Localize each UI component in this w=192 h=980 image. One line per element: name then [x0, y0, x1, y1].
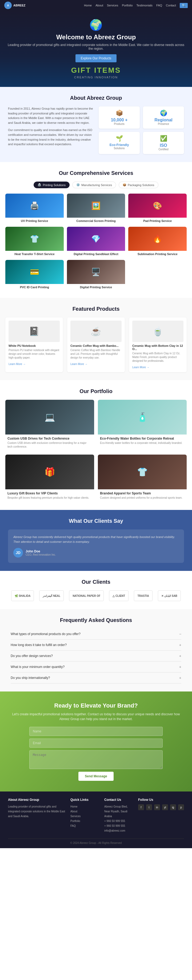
faq-question-0: What types of promotional products do yo… [11, 632, 80, 636]
product-notebook[interactable]: 📓 White PU Notebook Premium PU leather n… [5, 317, 63, 372]
portfolio-water-info: Eco-Friendly Water Bottles for Corporate… [98, 434, 187, 447]
nav-about[interactable]: About [96, 4, 103, 7]
footer-link-about[interactable]: About [71, 809, 99, 814]
author-avatar: JD [13, 548, 23, 557]
footer: About Abreez Group Leading provider of p… [0, 791, 192, 848]
faq-question-3: What is your minimum order quantity? [11, 665, 65, 669]
footer-follow-title: Follow Us [138, 798, 184, 802]
mug-clay-title: Ceramic Mug with Bottom Clay in 12 O... [132, 344, 184, 350]
sublim-image: 🔥 [128, 227, 187, 251]
social-pinterest[interactable]: p [178, 804, 184, 810]
sublim-title: Sublimation Printing Service [128, 251, 187, 257]
hero-cta-button[interactable]: Explore Our Products [76, 54, 117, 62]
service-pad[interactable]: 🎨 Pad Printing Service [128, 194, 187, 224]
logo-icon: A [4, 2, 12, 9]
service-heat[interactable]: 👕 Heat Transfer T-Shirt Service [5, 227, 64, 257]
faq-item-2[interactable]: Do you offer design services? + [11, 651, 181, 662]
service-sandblast[interactable]: 💎 Digital Printing Sandblast Effect [67, 227, 125, 257]
notebook-learn-more[interactable]: Learn More → [8, 363, 25, 366]
tab-printing[interactable]: 🖨️ Printing Solutions [34, 181, 69, 188]
portfolio-usb[interactable]: 💻 Custom USB Drives for Tech Conference … [5, 400, 94, 451]
nav-testimonials[interactable]: Testimonials [137, 4, 153, 7]
cta-email-input[interactable] [29, 738, 163, 748]
mug-bamboo-learn-more[interactable]: Learn More → [71, 363, 88, 366]
about-stats: 📦 10,000 + Products 🌍 Regional Presence … [99, 107, 184, 154]
product-mug-bamboo[interactable]: ☕ Ceramic Coffee Mug with Bambo... Ceram… [67, 317, 125, 372]
stat-products-label: Products [102, 123, 137, 126]
mug-clay-desc: Ceramic Mug with Bottom Clay in 12 Oz. M… [132, 352, 184, 363]
portfolio-water[interactable]: 🧴 Eco-Friendly Water Bottles for Corpora… [98, 400, 187, 451]
sandblast-title: Digital Printing Sandblast Effect [67, 251, 125, 257]
faq-item-3[interactable]: What is your minimum order quantity? + [11, 662, 181, 673]
cta-form: Send Message [29, 727, 163, 781]
social-youtube[interactable]: yt [162, 804, 168, 810]
portfolio-apparel-info: Branded Apparel for Sports Team Custom d… [98, 489, 187, 502]
stat-regional: 🌍 Regional Presence [143, 107, 184, 129]
footer-about-title: About Abreez Group [8, 798, 65, 802]
portfolio-usb-info: Custom USB Drives for Tech Conference Cu… [5, 434, 94, 451]
faq-question-4: Do you ship internationally? [11, 676, 50, 680]
nav-home[interactable]: Home [84, 4, 92, 7]
nav-faq[interactable]: FAQ [156, 4, 162, 7]
footer-quick-links: Quick Links Home About Services Portfoli… [71, 798, 99, 833]
portfolio-gift-title: Luxury Gift Boxes for VIP Clients [8, 492, 92, 495]
clients-title: Our Clients [5, 579, 187, 585]
search-button[interactable]: 🔍 [180, 3, 188, 8]
service-digital[interactable]: 🖥️ Digital Printing Service [67, 260, 125, 290]
logo-text: ABREEZ [13, 4, 25, 7]
stat-eco-label: Eco-Friendly [102, 143, 137, 147]
client-logo-2: NATIONAL PAPER OF [69, 590, 104, 601]
cta-message-input[interactable] [29, 750, 163, 769]
tab-manufacturing[interactable]: ⚙️ Manufacturing Services [72, 181, 116, 188]
product-mug-clay[interactable]: 🍵 Ceramic Mug with Bottom Clay in 12 O..… [129, 317, 187, 372]
hero-section: 🌍 Welcome to Abreez Group Leading provid… [0, 11, 192, 87]
stat-regional-sublabel: Presence [146, 123, 181, 126]
products-grid: 📓 White PU Notebook Premium PU leather n… [5, 317, 187, 372]
author-name: John Doe [25, 549, 56, 553]
iso-icon: ✅ [146, 135, 181, 142]
services-section: Our Comprehensive Services 🖨️ Printing S… [0, 162, 192, 298]
navbar: A ABREEZ Home About Services Portfolio T… [0, 0, 192, 11]
cta-name-input[interactable] [29, 727, 163, 736]
heat-title: Heat Transfer T-Shirt Service [5, 251, 64, 257]
faq-item-1[interactable]: How long does it take to fulfill an orde… [11, 640, 181, 651]
social-facebook[interactable]: f [138, 804, 144, 810]
copyright-text: © 2024 Abreez Group - All Rights Reserve… [70, 842, 121, 845]
stat-eco: 🌱 Eco-Friendly Solutions [99, 132, 140, 154]
footer-link-portfolio[interactable]: Portfolio [71, 819, 99, 824]
service-screen[interactable]: 🖼️ Commercial Screen Printing [67, 194, 125, 224]
portfolio-water-desc: Eco-friendly water bottles for a corpora… [100, 441, 184, 445]
globe-icon: 🌍 [5, 19, 187, 31]
uv-title: UV Printing Service [5, 218, 64, 224]
social-instagram[interactable]: ig [170, 804, 176, 810]
faq-item-4[interactable]: Do you ship internationally? + [11, 673, 181, 684]
nav-portfolio[interactable]: Portfolio [122, 4, 132, 7]
service-sublim[interactable]: 🔥 Sublimation Printing Service [128, 227, 187, 257]
tab-packaging[interactable]: 📦 Packaging Solutions [119, 181, 158, 188]
service-uv[interactable]: 🖨️ UV Printing Service [5, 194, 64, 224]
footer-link-faq[interactable]: FAQ [71, 824, 99, 828]
footer-link-services[interactable]: Services [71, 814, 99, 819]
service-pvc[interactable]: 💳 PVC ID Card Printing [5, 260, 64, 290]
footer-contact-phone2: + 966 50 999 555 [104, 824, 133, 828]
footer-about: About Abreez Group Leading provider of p… [8, 798, 65, 833]
client-logo-4: TRASTIA [134, 590, 153, 601]
footer-contact-email: info@abreez.com [104, 828, 133, 833]
portfolio-gift[interactable]: 🎁 Luxury Gift Boxes for VIP Clients Besp… [5, 455, 94, 502]
social-linkedin[interactable]: in [154, 804, 160, 810]
cta-send-button[interactable]: Send Message [79, 772, 113, 781]
cta-title: Ready to Elevate Your Brand? [11, 702, 181, 709]
nav-contact[interactable]: Contact [166, 4, 176, 7]
footer-link-home[interactable]: Home [71, 804, 99, 809]
faq-item-0[interactable]: What types of promotional products do yo… [11, 628, 181, 640]
service-tabs: 🖨️ Printing Solutions ⚙️ Manufacturing S… [5, 181, 187, 188]
mug-clay-learn-more[interactable]: Learn More → [132, 366, 150, 369]
footer-bottom: © 2024 Abreez Group - All Rights Reserve… [8, 838, 184, 845]
nav-links: Home About Services Portfolio Testimonia… [84, 3, 188, 8]
portfolio-apparel[interactable]: 👕 Branded Apparel for Sports Team Custom… [98, 455, 187, 502]
social-twitter[interactable]: t [146, 804, 152, 810]
nav-services[interactable]: Services [107, 4, 118, 7]
mug-bamboo-desc: Ceramic Coffee Mug with Bamboo Handle an… [71, 348, 121, 360]
heat-image: 👕 [5, 227, 64, 251]
logo[interactable]: A ABREEZ [4, 2, 25, 9]
